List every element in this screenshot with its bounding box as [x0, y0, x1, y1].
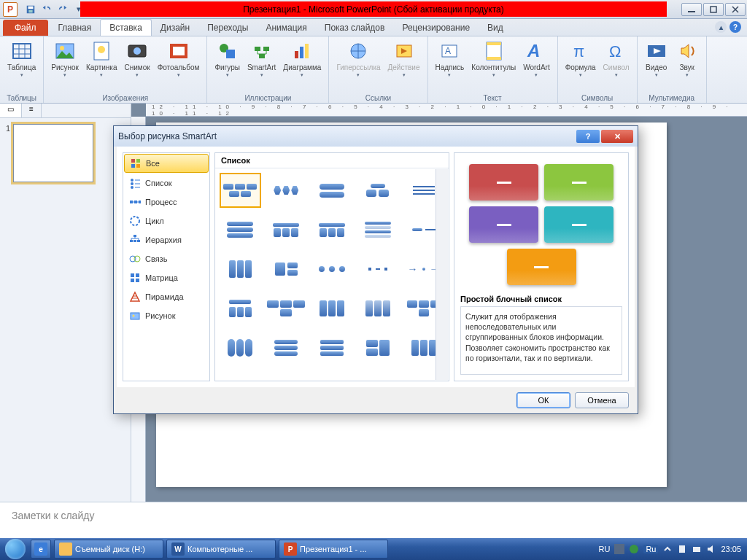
gallery-item[interactable]	[220, 291, 261, 326]
tray-expand-icon[interactable]	[662, 544, 673, 554]
gallery-item[interactable]	[311, 173, 353, 208]
category-Процесс[interactable]: Процесс	[123, 192, 209, 211]
ribbon-shapes-button[interactable]: Фигуры▾	[212, 39, 242, 79]
gallery-item[interactable]	[357, 173, 398, 208]
gallery-item[interactable]	[266, 212, 307, 247]
ribbon-action-button[interactable]: Действие▾	[385, 39, 423, 79]
svg-text:Ω: Ω	[609, 42, 621, 61]
gallery-item[interactable]	[266, 330, 307, 365]
redo-icon[interactable]	[55, 2, 70, 17]
ribbon-textbox-button[interactable]: AНадпись▾	[433, 39, 468, 79]
tray-safely-remove-icon[interactable]	[629, 544, 639, 554]
tray-lang-indicator[interactable]: Ru	[643, 545, 658, 553]
preview-block	[469, 206, 538, 243]
gallery-item[interactable]	[311, 212, 353, 247]
tray-flag-icon[interactable]	[614, 544, 624, 554]
ribbon-picture-button[interactable]: Рисунок▾	[48, 39, 82, 79]
tray-action-center-icon[interactable]	[677, 544, 687, 554]
undo-icon[interactable]	[39, 2, 54, 17]
wordart-icon: A	[525, 39, 548, 63]
gallery-item[interactable]	[357, 291, 398, 326]
ribbon-wordart-button[interactable]: AWordArt▾	[520, 39, 553, 79]
ribbon-audio-button[interactable]: Звук▾	[673, 39, 702, 79]
start-button[interactable]	[1, 538, 29, 560]
gallery-scrollbar[interactable]	[436, 169, 448, 380]
tab-Дизайн[interactable]: Дизайн	[152, 20, 198, 36]
tray-lang-text[interactable]: RU	[599, 545, 611, 553]
ribbon-album-button[interactable]: Фотоальбом▾	[155, 39, 203, 79]
tray-clock[interactable]: 23:05	[721, 545, 741, 553]
maximize-button[interactable]	[703, 3, 724, 16]
tab-Вставка[interactable]: Вставка	[100, 19, 152, 36]
ribbon-group-label: Иллюстрации	[212, 93, 324, 102]
ribbon-hyperlink-button[interactable]: Гиперссылка▾	[333, 39, 383, 79]
tab-Рецензирование[interactable]: Рецензирование	[393, 20, 479, 36]
ribbon-equation-button[interactable]: πФормула▾	[562, 39, 599, 79]
ribbon-screenshot-button[interactable]: Снимок▾	[122, 39, 153, 79]
gallery-item[interactable]	[357, 212, 398, 247]
category-Список[interactable]: Список	[123, 174, 209, 192]
tab-Вид[interactable]: Вид	[479, 20, 512, 36]
category-Иерархия[interactable]: Иерархия	[123, 230, 209, 249]
category-Цикл[interactable]: Цикл	[123, 211, 209, 230]
slides-tab-outline[interactable]: ≡	[22, 104, 42, 117]
tray-network-icon[interactable]	[692, 544, 702, 554]
tab-Показ слайдов[interactable]: Показ слайдов	[316, 20, 394, 36]
ribbon-headerfooter-button[interactable]: Колонтитулы▾	[468, 39, 519, 79]
category-Пирамида[interactable]: Пирамида	[123, 287, 209, 306]
preview-image	[460, 159, 622, 290]
dialog-help-button[interactable]: ?	[576, 130, 600, 143]
save-icon[interactable]	[23, 2, 38, 17]
dialog-titlebar[interactable]: Выбор рисунка SmartArt ? ✕	[114, 126, 638, 147]
close-button[interactable]	[725, 3, 746, 16]
category-icon	[129, 196, 141, 208]
minimize-button[interactable]	[681, 3, 702, 16]
tab-Главная[interactable]: Главная	[50, 20, 101, 36]
gallery-item[interactable]	[357, 330, 398, 365]
slides-tab-thumb[interactable]: ▭	[0, 104, 22, 117]
notes-pane[interactable]: Заметки к слайду	[0, 502, 747, 538]
gallery-item[interactable]	[357, 252, 398, 287]
svg-rect-46	[139, 201, 141, 203]
taskbar: e Съемный диск (H:)WКомпьютерные ...PПре…	[0, 538, 747, 560]
taskbar-ie[interactable]: e	[31, 540, 51, 559]
ribbon-video-button[interactable]: Видео▾	[642, 39, 671, 79]
category-Связь[interactable]: Связь	[123, 249, 209, 268]
category-Матрица[interactable]: Матрица	[123, 268, 209, 287]
ribbon-symbol-button[interactable]: ΩСимвол▾	[600, 39, 632, 79]
gallery-item[interactable]	[220, 330, 261, 365]
gallery-item[interactable]	[220, 173, 261, 208]
cancel-button[interactable]: Отмена	[575, 392, 629, 408]
ribbon-clipart-button[interactable]: Картинка▾	[83, 39, 120, 79]
taskbar-item-word[interactable]: WКомпьютерные ...	[166, 540, 276, 559]
tab-Переходы[interactable]: Переходы	[198, 20, 257, 36]
gallery-item[interactable]	[266, 252, 307, 287]
category-Все[interactable]: Все	[124, 154, 209, 173]
minimize-ribbon-icon[interactable]: ▴	[715, 21, 727, 33]
tab-file[interactable]: Файл	[3, 20, 48, 36]
svg-rect-62	[614, 544, 624, 554]
taskbar-item-ppt[interactable]: PПрезентация1 - ...	[279, 540, 388, 559]
tray-volume-icon[interactable]	[706, 544, 716, 554]
gallery-item[interactable]	[266, 291, 307, 326]
svg-rect-54	[131, 273, 134, 277]
dialog-close-button[interactable]: ✕	[601, 130, 633, 143]
category-icon	[129, 291, 141, 303]
category-Рисунок[interactable]: Рисунок	[123, 306, 209, 325]
gallery-item[interactable]	[220, 212, 261, 247]
svg-point-38	[131, 179, 133, 182]
slide-thumbnail[interactable]	[13, 124, 93, 182]
ribbon-chart-button[interactable]: Диаграмма▾	[280, 39, 324, 79]
svg-point-53	[134, 256, 140, 262]
gallery-item[interactable]	[311, 330, 353, 365]
gallery-item[interactable]	[311, 291, 353, 326]
ribbon-table-button[interactable]: Таблица▾	[4, 39, 39, 79]
gallery-item[interactable]	[220, 252, 261, 287]
taskbar-item-explorer[interactable]: Съемный диск (H:)	[54, 540, 163, 559]
ok-button[interactable]: ОК	[516, 392, 570, 408]
help-icon[interactable]: ?	[729, 21, 741, 33]
gallery-item[interactable]	[311, 252, 353, 287]
gallery-item[interactable]	[266, 173, 307, 208]
ribbon-smartart-button[interactable]: SmartArt▾	[244, 39, 279, 79]
tab-Анимация[interactable]: Анимация	[257, 20, 315, 36]
